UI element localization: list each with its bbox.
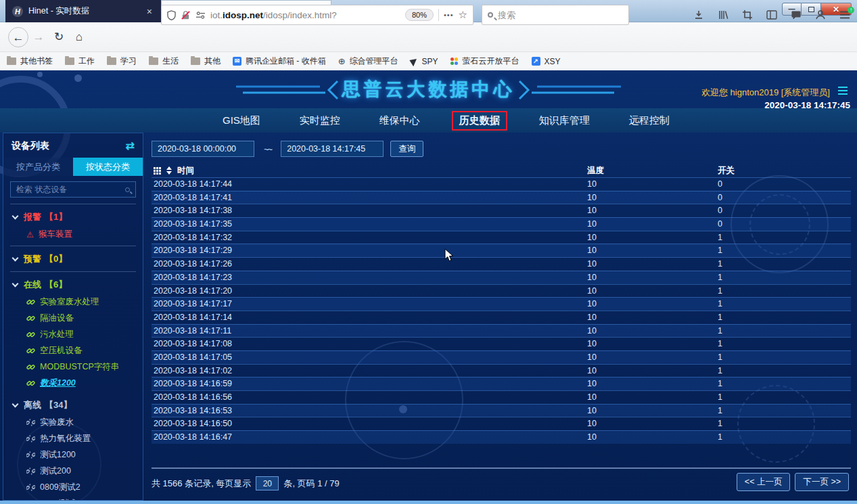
grid-icon[interactable]	[154, 167, 156, 169]
group-online[interactable]: 在线 【6】	[13, 279, 143, 291]
column-temperature[interactable]: 温度	[587, 164, 604, 177]
bookmark-item[interactable]: SPY	[411, 57, 438, 66]
permissions-icon[interactable]	[195, 11, 206, 20]
home-button[interactable]: ⌂	[69, 27, 89, 47]
table-row[interactable]: 2020-03-18 14:17:38 10 0	[152, 204, 851, 217]
sidebar-tab[interactable]: 按状态分类	[73, 158, 143, 176]
nav-tab[interactable]: 维保中心	[372, 111, 427, 131]
device-item[interactable]: 测试1200	[26, 450, 143, 460]
start-datetime-input[interactable]	[152, 141, 254, 157]
nav-tab[interactable]: 实时监控	[292, 111, 348, 131]
device-item[interactable]: 隔油设备	[26, 313, 143, 323]
table-row[interactable]: 2020-03-18 14:16:56 10 1	[152, 390, 851, 404]
device-item[interactable]: ⚠ 猴车装置	[26, 229, 143, 239]
bookmark-item[interactable]: 萤石云开放平台	[450, 55, 519, 67]
account-icon[interactable]	[815, 9, 826, 20]
menu-list-icon[interactable]	[838, 87, 848, 95]
table-row[interactable]: 2020-03-18 14:17:29 10 1	[152, 244, 851, 257]
device-search-input[interactable]	[16, 185, 125, 194]
table-row[interactable]: 2020-03-18 14:17:11 10 1	[152, 324, 851, 338]
table-row[interactable]: 2020-03-18 14:17:20 10 1	[152, 284, 851, 298]
sidebar-toggle-icon[interactable]	[766, 10, 777, 20]
bookmark-item[interactable]: 其他书签	[7, 55, 53, 67]
bookmark-item[interactable]: ✉ 腾讯企业邮箱 - 收件箱	[233, 55, 326, 67]
device-item[interactable]: 数采1200	[26, 378, 143, 388]
query-button[interactable]: 查询	[390, 141, 423, 157]
refresh-button[interactable]: ↻	[49, 27, 69, 47]
bookmark-item[interactable]: 学习	[107, 55, 137, 67]
library-icon[interactable]	[718, 9, 728, 20]
url-text[interactable]: iot.idosp.net/idosp/index.html?	[210, 10, 400, 20]
cell-time: 2020-03-18 14:17:02	[154, 365, 232, 378]
device-item[interactable]: 热力氧化装置	[26, 434, 143, 444]
link-icon	[26, 330, 35, 339]
sidebar-tab[interactable]: 按产品分类	[3, 158, 73, 176]
device-item[interactable]: 空压机设备	[26, 346, 143, 356]
group-alarm[interactable]: 报警 【1】	[13, 211, 143, 223]
device-item[interactable]: 实验室废水处理	[26, 297, 143, 307]
table-row[interactable]: 2020-03-18 14:17:05 10 1	[152, 350, 851, 364]
table-row[interactable]: 2020-03-18 14:16:53 10 1	[152, 404, 851, 417]
bookmark-item[interactable]: ⊕ 综合管理平台	[338, 55, 398, 67]
back-button[interactable]: ←	[8, 27, 28, 47]
device-item[interactable]: 测试200	[26, 466, 143, 476]
downloads-icon[interactable]	[693, 9, 704, 20]
forward-button[interactable]: →	[28, 27, 49, 47]
table-row[interactable]: 2020-03-18 14:17:35 10 0	[152, 217, 851, 231]
prev-page-button[interactable]: << 上一页	[737, 473, 791, 491]
table-row[interactable]: 2020-03-18 14:16:50 10 1	[152, 417, 851, 430]
table-row[interactable]: 2020-03-18 14:17:08 10 1	[152, 337, 851, 350]
end-datetime-input[interactable]	[281, 141, 384, 157]
cell-temperature: 10	[587, 244, 597, 258]
column-time[interactable]: 时间	[177, 165, 194, 177]
cell-switch: 0	[718, 218, 722, 231]
column-switch[interactable]: 开关	[718, 164, 735, 177]
zoom-level-badge[interactable]: 80%	[405, 9, 434, 21]
messages-icon[interactable]	[791, 10, 802, 20]
table-row[interactable]: 2020-03-18 14:17:23 10 1	[152, 271, 851, 284]
next-page-button[interactable]: 下一页 >>	[795, 473, 849, 491]
table-row[interactable]: 2020-03-18 14:17:26 10 1	[152, 257, 851, 271]
divider	[10, 271, 136, 272]
insecure-lock-icon[interactable]	[181, 10, 191, 20]
group-warning[interactable]: 预警 【0】	[13, 253, 143, 265]
bookmark-item[interactable]: 工作	[65, 55, 95, 67]
table-row[interactable]: 2020-03-18 14:17:17 10 1	[152, 297, 851, 311]
table-row[interactable]: 2020-03-18 14:17:32 10 1	[152, 231, 851, 244]
bookmark-item[interactable]: 生活	[149, 55, 179, 67]
bookmark-item[interactable]: ↗ XSY	[532, 57, 561, 66]
table-row[interactable]: 2020-03-18 14:17:41 10 0	[152, 191, 851, 204]
nav-tab[interactable]: GIS地图	[215, 111, 268, 131]
device-item[interactable]: 实验废水	[26, 417, 143, 428]
bookmark-label: 工作	[78, 55, 95, 67]
swap-icon[interactable]: ⇄	[126, 141, 135, 151]
device-item[interactable]: 污水处理	[26, 329, 143, 340]
table-row[interactable]: 2020-03-18 14:16:47 10 1	[152, 430, 851, 444]
table-row[interactable]: 2020-03-18 14:17:02 10 1	[152, 364, 851, 377]
cell-time: 2020-03-18 14:17:20	[154, 285, 232, 298]
nav-tab[interactable]: 远程控制	[622, 111, 677, 131]
bookmark-star-icon[interactable]: ☆	[459, 9, 467, 21]
address-bar[interactable]: iot.idosp.net/idosp/index.html? 80% ••• …	[161, 5, 473, 25]
table-row[interactable]: 2020-03-18 14:17:14 10 1	[152, 311, 851, 324]
device-search-box[interactable]	[10, 181, 136, 198]
nav-tab[interactable]: 历史数据	[452, 111, 507, 131]
page-actions-icon[interactable]: •••	[444, 11, 454, 19]
tab-close-icon[interactable]: ×	[145, 6, 154, 17]
screenshot-icon[interactable]	[742, 9, 753, 20]
group-offline[interactable]: 离线 【34】	[13, 399, 143, 411]
browser-tab-hinet[interactable]: H Hinet - 实时数据 ×	[5, 0, 161, 22]
table-row[interactable]: 2020-03-18 14:17:44 10 0	[152, 177, 851, 191]
page-size-input[interactable]	[256, 476, 279, 490]
device-item[interactable]: 0809测试2	[26, 482, 143, 492]
device-item[interactable]: MODBUSTCP字符串	[26, 362, 143, 372]
shield-icon[interactable]	[167, 10, 176, 20]
search-input[interactable]	[498, 10, 623, 20]
divider	[10, 246, 136, 246]
sort-icon[interactable]	[166, 166, 172, 175]
search-bar[interactable]	[482, 5, 629, 25]
menu-icon[interactable]: ↑	[839, 10, 850, 20]
bookmark-item[interactable]: 其他	[191, 55, 221, 67]
table-row[interactable]: 2020-03-18 14:16:59 10 1	[152, 377, 851, 390]
nav-tab[interactable]: 知识库管理	[532, 111, 597, 131]
